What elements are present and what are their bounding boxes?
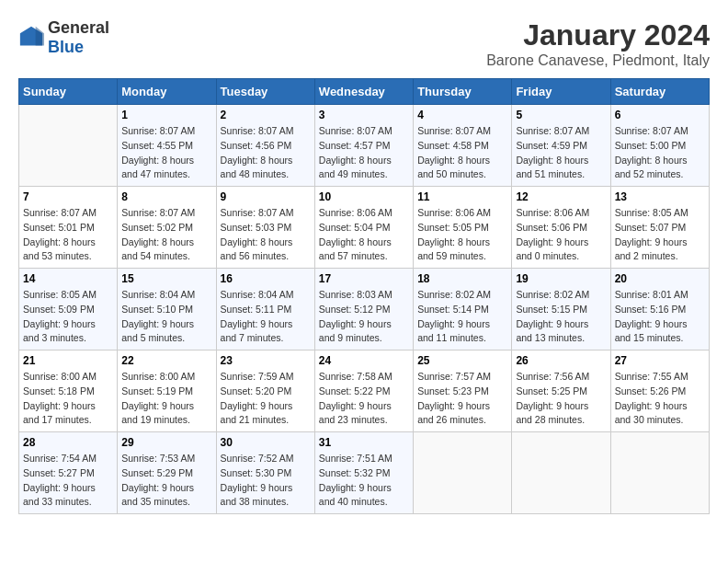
day-number: 31 xyxy=(319,436,409,449)
calendar-cell: 10Sunrise: 8:06 AMSunset: 5:04 PMDayligh… xyxy=(314,187,413,269)
day-number: 5 xyxy=(516,109,606,121)
calendar-cell: 30Sunrise: 7:52 AMSunset: 5:30 PMDayligh… xyxy=(216,432,314,514)
day-number: 22 xyxy=(121,354,211,367)
day-number: 10 xyxy=(319,190,409,203)
calendar-header: SundayMondayTuesdayWednesdayThursdayFrid… xyxy=(19,79,710,105)
day-number: 8 xyxy=(121,190,211,203)
weekday-header-friday: Friday xyxy=(512,79,610,105)
day-number: 20 xyxy=(615,272,705,285)
calendar-subtitle: Barone Canavese, Piedmont, Italy xyxy=(486,52,710,69)
calendar-cell: 31Sunrise: 7:51 AMSunset: 5:32 PMDayligh… xyxy=(314,432,413,514)
day-detail: Sunrise: 7:53 AMSunset: 5:29 PMDaylight:… xyxy=(121,452,211,510)
day-detail: Sunrise: 8:02 AMSunset: 5:14 PMDaylight:… xyxy=(417,288,507,346)
calendar-cell: 1Sunrise: 8:07 AMSunset: 4:55 PMDaylight… xyxy=(118,105,216,187)
day-number: 9 xyxy=(221,190,311,203)
calendar-cell: 23Sunrise: 7:59 AMSunset: 5:20 PMDayligh… xyxy=(216,350,314,432)
calendar-week-1: 1Sunrise: 8:07 AMSunset: 4:55 PMDaylight… xyxy=(19,105,710,187)
day-number: 25 xyxy=(417,354,507,367)
day-number: 27 xyxy=(615,354,705,367)
day-detail: Sunrise: 8:04 AMSunset: 5:11 PMDaylight:… xyxy=(221,288,311,346)
day-detail: Sunrise: 8:04 AMSunset: 5:10 PMDaylight:… xyxy=(121,288,211,346)
day-detail: Sunrise: 8:01 AMSunset: 5:16 PMDaylight:… xyxy=(615,288,705,346)
weekday-header-wednesday: Wednesday xyxy=(314,79,413,105)
day-number: 30 xyxy=(221,436,311,449)
calendar-cell: 28Sunrise: 7:54 AMSunset: 5:27 PMDayligh… xyxy=(19,432,118,514)
calendar-cell xyxy=(512,432,610,514)
calendar-cell: 19Sunrise: 8:02 AMSunset: 5:15 PMDayligh… xyxy=(512,269,610,350)
calendar-cell: 9Sunrise: 8:07 AMSunset: 5:03 PMDaylight… xyxy=(216,187,314,269)
day-number: 29 xyxy=(121,436,211,449)
day-detail: Sunrise: 8:07 AMSunset: 4:55 PMDaylight:… xyxy=(121,124,211,182)
day-detail: Sunrise: 8:07 AMSunset: 5:01 PMDaylight:… xyxy=(23,206,113,264)
weekday-header-saturday: Saturday xyxy=(610,79,709,105)
day-detail: Sunrise: 8:03 AMSunset: 5:12 PMDaylight:… xyxy=(319,288,409,346)
day-number: 18 xyxy=(417,272,507,285)
day-number: 19 xyxy=(516,272,606,285)
logo-general: General xyxy=(48,18,109,37)
day-detail: Sunrise: 8:06 AMSunset: 5:05 PMDaylight:… xyxy=(417,206,507,264)
calendar-cell: 20Sunrise: 8:01 AMSunset: 5:16 PMDayligh… xyxy=(610,269,709,350)
logo-blue: Blue xyxy=(48,38,84,56)
calendar-table: SundayMondayTuesdayWednesdayThursdayFrid… xyxy=(18,78,710,514)
day-detail: Sunrise: 8:05 AMSunset: 5:07 PMDaylight:… xyxy=(615,206,705,264)
day-number: 12 xyxy=(516,190,606,203)
logo-icon xyxy=(18,25,44,51)
calendar-cell: 29Sunrise: 7:53 AMSunset: 5:29 PMDayligh… xyxy=(118,432,216,514)
day-detail: Sunrise: 8:00 AMSunset: 5:19 PMDaylight:… xyxy=(121,370,211,428)
day-detail: Sunrise: 7:54 AMSunset: 5:27 PMDaylight:… xyxy=(23,452,113,510)
calendar-cell: 22Sunrise: 8:00 AMSunset: 5:19 PMDayligh… xyxy=(118,350,216,432)
calendar-cell: 12Sunrise: 8:06 AMSunset: 5:06 PMDayligh… xyxy=(512,187,610,269)
calendar-cell: 25Sunrise: 7:57 AMSunset: 5:23 PMDayligh… xyxy=(414,350,512,432)
day-detail: Sunrise: 8:06 AMSunset: 5:06 PMDaylight:… xyxy=(516,206,606,264)
day-number: 6 xyxy=(615,109,705,121)
calendar-cell: 16Sunrise: 8:04 AMSunset: 5:11 PMDayligh… xyxy=(216,269,314,350)
day-detail: Sunrise: 8:00 AMSunset: 5:18 PMDaylight:… xyxy=(23,370,113,428)
calendar-week-4: 21Sunrise: 8:00 AMSunset: 5:18 PMDayligh… xyxy=(19,350,710,432)
calendar-cell: 7Sunrise: 8:07 AMSunset: 5:01 PMDaylight… xyxy=(19,187,118,269)
svg-marker-1 xyxy=(36,27,44,46)
calendar-cell: 8Sunrise: 8:07 AMSunset: 5:02 PMDaylight… xyxy=(118,187,216,269)
day-number: 4 xyxy=(417,109,507,121)
day-number: 1 xyxy=(121,109,211,121)
calendar-cell: 5Sunrise: 8:07 AMSunset: 4:59 PMDaylight… xyxy=(512,105,610,187)
logo: General Blue xyxy=(18,18,109,57)
weekday-header-tuesday: Tuesday xyxy=(216,79,314,105)
day-detail: Sunrise: 8:07 AMSunset: 5:03 PMDaylight:… xyxy=(221,206,311,264)
calendar-cell: 24Sunrise: 7:58 AMSunset: 5:22 PMDayligh… xyxy=(314,350,413,432)
calendar-cell: 14Sunrise: 8:05 AMSunset: 5:09 PMDayligh… xyxy=(19,269,118,350)
day-number: 17 xyxy=(319,272,409,285)
calendar-cell: 21Sunrise: 8:00 AMSunset: 5:18 PMDayligh… xyxy=(19,350,118,432)
day-detail: Sunrise: 8:02 AMSunset: 5:15 PMDaylight:… xyxy=(516,288,606,346)
calendar-cell: 26Sunrise: 7:56 AMSunset: 5:25 PMDayligh… xyxy=(512,350,610,432)
calendar-cell: 11Sunrise: 8:06 AMSunset: 5:05 PMDayligh… xyxy=(414,187,512,269)
day-detail: Sunrise: 8:06 AMSunset: 5:04 PMDaylight:… xyxy=(319,206,409,264)
calendar-week-5: 28Sunrise: 7:54 AMSunset: 5:27 PMDayligh… xyxy=(19,432,710,514)
day-detail: Sunrise: 8:07 AMSunset: 4:57 PMDaylight:… xyxy=(319,124,409,182)
calendar-week-3: 14Sunrise: 8:05 AMSunset: 5:09 PMDayligh… xyxy=(19,269,710,350)
weekday-header-sunday: Sunday xyxy=(19,79,118,105)
weekday-header-monday: Monday xyxy=(118,79,216,105)
calendar-cell: 18Sunrise: 8:02 AMSunset: 5:14 PMDayligh… xyxy=(414,269,512,350)
day-number: 16 xyxy=(221,272,311,285)
calendar-cell: 27Sunrise: 7:55 AMSunset: 5:26 PMDayligh… xyxy=(610,350,709,432)
day-detail: Sunrise: 7:51 AMSunset: 5:32 PMDaylight:… xyxy=(319,452,409,510)
calendar-body: 1Sunrise: 8:07 AMSunset: 4:55 PMDaylight… xyxy=(19,105,710,514)
calendar-cell: 13Sunrise: 8:05 AMSunset: 5:07 PMDayligh… xyxy=(610,187,709,269)
day-number: 28 xyxy=(23,436,113,449)
calendar-cell: 6Sunrise: 8:07 AMSunset: 5:00 PMDaylight… xyxy=(610,105,709,187)
calendar-cell: 2Sunrise: 8:07 AMSunset: 4:56 PMDaylight… xyxy=(216,105,314,187)
weekday-header-thursday: Thursday xyxy=(414,79,512,105)
day-detail: Sunrise: 7:58 AMSunset: 5:22 PMDaylight:… xyxy=(319,370,409,428)
day-number: 14 xyxy=(23,272,113,285)
day-detail: Sunrise: 8:07 AMSunset: 5:02 PMDaylight:… xyxy=(121,206,211,264)
day-number: 15 xyxy=(121,272,211,285)
day-number: 26 xyxy=(516,354,606,367)
day-detail: Sunrise: 8:07 AMSunset: 4:56 PMDaylight:… xyxy=(221,124,311,182)
day-detail: Sunrise: 8:07 AMSunset: 4:59 PMDaylight:… xyxy=(516,124,606,182)
day-detail: Sunrise: 7:59 AMSunset: 5:20 PMDaylight:… xyxy=(221,370,311,428)
day-detail: Sunrise: 7:52 AMSunset: 5:30 PMDaylight:… xyxy=(221,452,311,510)
day-number: 23 xyxy=(221,354,311,367)
day-detail: Sunrise: 8:07 AMSunset: 5:00 PMDaylight:… xyxy=(615,124,705,182)
day-detail: Sunrise: 7:56 AMSunset: 5:25 PMDaylight:… xyxy=(516,370,606,428)
day-number: 24 xyxy=(319,354,409,367)
